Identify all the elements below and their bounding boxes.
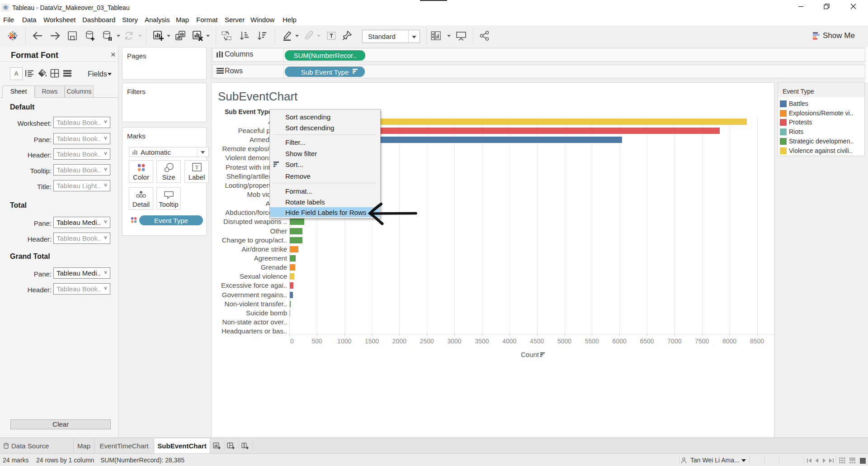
- svg-text:T: T: [195, 164, 199, 171]
